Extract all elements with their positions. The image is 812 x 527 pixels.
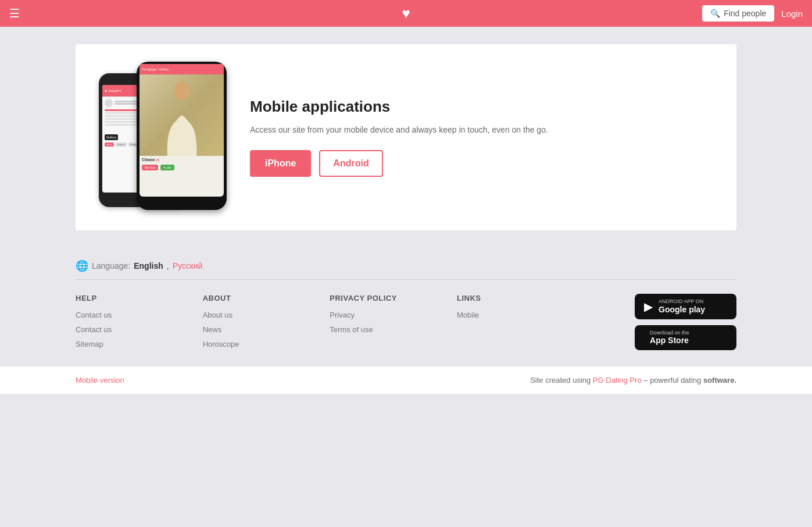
footer-link-privacy[interactable]: Privacy bbox=[330, 311, 457, 319]
phones-illustration: ♥ DatingPro bbox=[99, 62, 227, 213]
google-play-text: ANDROID APP ON Google play bbox=[659, 298, 705, 315]
google-play-icon: ▶ bbox=[644, 300, 653, 314]
menu-icon[interactable]: ☰ bbox=[9, 6, 20, 20]
search-icon: 🔍 bbox=[710, 9, 720, 18]
language-label: Language: bbox=[92, 261, 130, 270]
footer-link-horoscope[interactable]: Horoscope bbox=[203, 340, 330, 348]
find-people-label: Find people bbox=[724, 9, 766, 18]
footer-col-about: ABOUT About us News Horoscope bbox=[203, 294, 330, 354]
footer-links-title: LINKS bbox=[457, 294, 584, 302]
phone-front-topbar: Homepage > Gallery bbox=[139, 64, 224, 74]
phone-front-breadcrumb: Homepage > Gallery bbox=[142, 67, 169, 71]
software-bold: software. bbox=[703, 376, 736, 384]
app-title: Mobile applications bbox=[250, 98, 713, 116]
mobile-app-card: ♥ DatingPro bbox=[76, 44, 736, 230]
phone-back-inbox-tab: Inbox bbox=[105, 143, 114, 147]
phone-front-age: 25 bbox=[156, 158, 160, 162]
phone-back-title: DatingPro bbox=[108, 89, 121, 92]
header-right: 🔍 Find people Login bbox=[702, 5, 803, 22]
main-content: ♥ DatingPro bbox=[0, 27, 812, 248]
footer-language: 🌐 Language: English, Русский bbox=[0, 248, 812, 279]
iphone-button[interactable]: iPhone bbox=[250, 150, 311, 177]
find-people-button[interactable]: 🔍 Find people bbox=[702, 5, 774, 22]
header-center: ♥ bbox=[402, 5, 410, 22]
google-play-bottom-text: Google play bbox=[659, 305, 705, 315]
footer-col-privacy: PRIVACY POLICY Privacy Terms of use bbox=[330, 294, 457, 354]
mobile-version-link[interactable]: Mobile version bbox=[76, 376, 124, 384]
pg-dating-pro-link[interactable]: PG Dating Pro bbox=[593, 376, 642, 384]
footer-help-title: HELP bbox=[76, 294, 203, 302]
site-credit-pre: Site created using bbox=[530, 376, 593, 384]
phone-front-profile-image bbox=[139, 74, 224, 156]
site-credit: Site created using PG Dating Pro – power… bbox=[530, 376, 736, 384]
footer-link-mobile[interactable]: Mobile bbox=[457, 311, 584, 319]
login-link[interactable]: Login bbox=[781, 9, 803, 19]
footer-bottom: Mobile version Site created using PG Dat… bbox=[0, 366, 812, 394]
phone-front-name: Chiara 25 bbox=[139, 156, 224, 163]
footer-link-about-us[interactable]: About us bbox=[203, 311, 330, 319]
footer-links: HELP Contact us Contact us Sitemap ABOUT… bbox=[0, 280, 812, 366]
app-store-bottom-text: App Store bbox=[650, 336, 689, 346]
footer-col-links: LINKS Mobile bbox=[457, 294, 584, 354]
footer-privacy-title: PRIVACY POLICY bbox=[330, 294, 457, 302]
footer-link-news[interactable]: News bbox=[203, 325, 330, 334]
lang-separator: , bbox=[167, 261, 169, 270]
footer-link-contact-us-2[interactable]: Contact us bbox=[76, 325, 203, 334]
globe-icon: 🌐 bbox=[76, 259, 88, 272]
app-store-text: Download on the App Store bbox=[650, 330, 689, 346]
phone-back-heart-icon: ♥ bbox=[105, 89, 107, 93]
app-store-top-text: Download on the bbox=[650, 330, 689, 336]
logo-heart-icon: ♥ bbox=[402, 5, 410, 21]
google-play-badge[interactable]: ▶ ANDROID APP ON Google play bbox=[635, 294, 736, 319]
app-description: Access our site from your mobile device … bbox=[250, 124, 713, 136]
app-info: Mobile applications Access our site from… bbox=[250, 98, 713, 177]
phone-front-mockup: Homepage > Gallery Chiara 25 bbox=[137, 62, 227, 210]
footer-col-help: HELP Contact us Contact us Sitemap bbox=[76, 294, 203, 354]
phone-front-not-now-btn: Not now bbox=[142, 165, 158, 170]
footer-link-sitemap[interactable]: Sitemap bbox=[76, 340, 203, 348]
phone-back-outbox-tab: Outbox bbox=[116, 143, 127, 147]
app-download-buttons: iPhone Android bbox=[250, 150, 713, 177]
footer-store-badges: ▶ ANDROID APP ON Google play Download on… bbox=[584, 294, 736, 354]
language-english: English bbox=[134, 261, 163, 270]
phone-front-like-btn: ♥ Like bbox=[160, 165, 174, 170]
google-play-top-text: ANDROID APP ON bbox=[659, 298, 705, 305]
phone-back-avatar bbox=[105, 99, 113, 107]
phone-front-action-buttons: Not now ♥ Like bbox=[139, 163, 224, 172]
svg-point-0 bbox=[174, 81, 190, 100]
site-credit-post: – powerful dating software. bbox=[642, 376, 736, 384]
header: ☰ ♥ 🔍 Find people Login bbox=[0, 0, 812, 27]
footer-link-contact-us-1[interactable]: Contact us bbox=[76, 311, 203, 319]
person-figure bbox=[162, 80, 202, 156]
footer-about-title: ABOUT bbox=[203, 294, 330, 302]
header-left: ☰ bbox=[9, 6, 20, 20]
phone-back-inbox-label: Mailbox bbox=[105, 134, 118, 140]
android-button[interactable]: Android bbox=[319, 150, 382, 177]
footer-link-terms[interactable]: Terms of use bbox=[330, 325, 457, 334]
language-russian[interactable]: Русский bbox=[173, 261, 203, 270]
phone-front-screen: Homepage > Gallery Chiara 25 bbox=[139, 64, 224, 197]
app-store-badge[interactable]: Download on the App Store bbox=[635, 325, 736, 351]
